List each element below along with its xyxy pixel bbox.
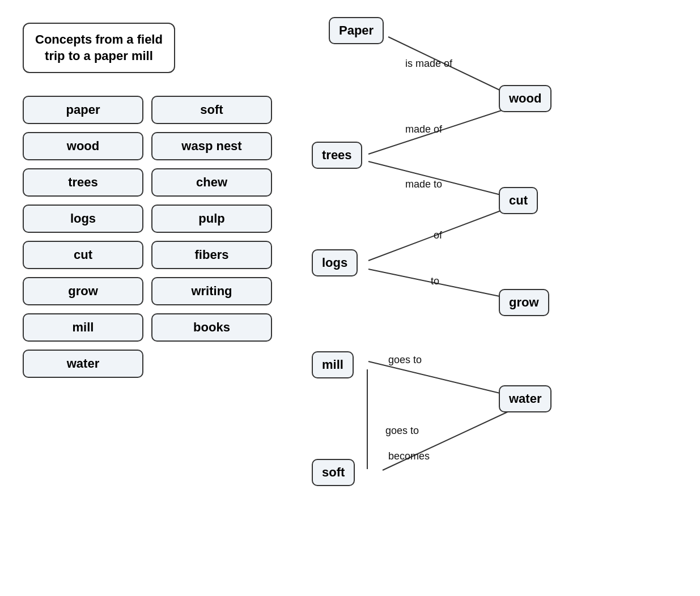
chip-cut[interactable]: cut <box>23 241 143 269</box>
chip-wasp-nest[interactable]: wasp nest <box>151 132 272 160</box>
node-cut[interactable]: cut <box>499 187 538 214</box>
link-label-goes-to-2: goes to <box>385 425 419 437</box>
chip-books[interactable]: books <box>151 313 272 342</box>
svg-line-3 <box>368 204 519 261</box>
node-logs[interactable]: logs <box>312 249 358 276</box>
main-container: Concepts from a fieldtrip to a paper mil… <box>0 0 700 596</box>
map-lines <box>295 11 689 589</box>
node-paper[interactable]: Paper <box>329 17 384 44</box>
chip-grow[interactable]: grow <box>23 277 143 305</box>
chip-writing[interactable]: writing <box>151 277 272 305</box>
chip-mill[interactable]: mill <box>23 313 143 342</box>
link-label-becomes: becomes <box>388 450 430 462</box>
node-water[interactable]: water <box>499 385 551 412</box>
link-label-is-made-of: is made of <box>405 58 452 70</box>
svg-line-4 <box>368 269 519 300</box>
right-panel: Paper wood trees cut logs grow mill wate… <box>295 11 689 589</box>
svg-line-5 <box>368 361 519 398</box>
node-trees[interactable]: trees <box>312 142 362 169</box>
chip-pulp[interactable]: pulp <box>151 205 272 233</box>
svg-line-1 <box>368 105 519 154</box>
chip-logs[interactable]: logs <box>23 205 143 233</box>
chip-fibers[interactable]: fibers <box>151 241 272 269</box>
link-label-made-of: made of <box>405 124 442 135</box>
link-label-to: to <box>431 275 439 287</box>
node-mill[interactable]: mill <box>312 351 354 378</box>
node-wood[interactable]: wood <box>499 85 551 112</box>
chip-trees[interactable]: trees <box>23 168 143 197</box>
chip-paper[interactable]: paper <box>23 96 143 124</box>
chip-soft[interactable]: soft <box>151 96 272 124</box>
svg-line-2 <box>368 161 519 199</box>
node-soft[interactable]: soft <box>312 459 355 486</box>
link-label-made-to: made to <box>405 178 442 190</box>
chip-wood[interactable]: wood <box>23 132 143 160</box>
chip-water[interactable]: water <box>23 350 143 378</box>
node-grow[interactable]: grow <box>499 289 549 316</box>
concepts-grid: paper soft wood wasp nest trees chew log… <box>23 96 272 378</box>
chip-chew[interactable]: chew <box>151 168 272 197</box>
title-box: Concepts from a fieldtrip to a paper mil… <box>23 23 175 73</box>
link-label-goes-to-1: goes to <box>388 354 422 366</box>
map-container: Paper wood trees cut logs grow mill wate… <box>295 11 689 589</box>
link-label-of: of <box>434 229 442 241</box>
left-panel: Concepts from a fieldtrip to a paper mil… <box>11 11 283 589</box>
